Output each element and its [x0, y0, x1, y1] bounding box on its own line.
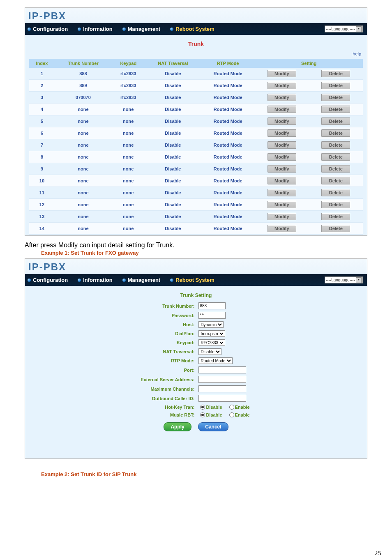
delete-button[interactable]: Delete — [321, 70, 350, 77]
cell-modify: Modify — [255, 223, 309, 235]
delete-button[interactable]: Delete — [321, 153, 350, 161]
app-header: IP-PBX — [25, 259, 367, 274]
cell-nat: Disable — [145, 163, 201, 175]
modify-button[interactable]: Modify — [267, 213, 296, 220]
cell-index: 3 — [29, 92, 55, 104]
label-nat: NAT Traversal: — [136, 348, 196, 356]
cell-nat: Disable — [145, 223, 201, 235]
app-logo: IP-PBX — [28, 261, 66, 272]
cell-nat: Disable — [145, 199, 201, 211]
delete-button[interactable]: Delete — [321, 213, 350, 220]
max-channels-input[interactable] — [198, 385, 246, 392]
music-disable-radio[interactable] — [200, 412, 205, 417]
label-max-channels: Maximum Channels: — [136, 385, 196, 393]
outbound-caller-input[interactable] — [198, 395, 246, 402]
hotkey-enable-radio[interactable] — [229, 405, 234, 410]
nav-information[interactable]: Information — [78, 277, 113, 283]
cancel-button[interactable]: Cancel — [198, 422, 228, 431]
table-row: 1888rfc2833DisableRouted ModeModifyDelet… — [29, 68, 363, 80]
col-nat: NAT Traversal — [145, 59, 201, 68]
bullet-icon — [78, 279, 81, 282]
cell-delete: Delete — [309, 175, 363, 187]
modify-button[interactable]: Modify — [267, 82, 296, 89]
cell-delete: Delete — [309, 80, 363, 92]
trunk-list-content: Trunk help Index Trunk Number Keypad NAT… — [25, 35, 367, 235]
music-enable-radio[interactable] — [229, 412, 234, 417]
label-rtp: RTP Mode: — [136, 357, 196, 365]
cell-keypad: rfc2833 — [112, 68, 145, 80]
trunk-number-input[interactable] — [198, 302, 226, 309]
port-input[interactable] — [198, 366, 246, 373]
keypad-select[interactable]: RFC2833 — [198, 339, 225, 346]
delete-button[interactable]: Delete — [321, 106, 350, 113]
language-select[interactable]: ----Language----▾ — [325, 25, 363, 32]
chevron-down-icon: ▾ — [356, 277, 362, 283]
modify-button[interactable]: Modify — [267, 153, 296, 161]
nav-bar: Configuration Information Management Reb… — [25, 23, 367, 35]
help-link[interactable]: help — [353, 51, 361, 56]
modify-button[interactable]: Modify — [267, 201, 296, 208]
modify-button[interactable]: Modify — [267, 177, 296, 184]
external-server-input[interactable] — [198, 376, 246, 383]
nav-management-label: Management — [128, 26, 160, 32]
table-row: 12nonenoneDisableRouted ModeModifyDelete — [29, 199, 363, 211]
modify-button[interactable]: Modify — [267, 117, 296, 125]
modify-button[interactable]: Modify — [267, 129, 296, 137]
rtp-select[interactable]: Routed Mode — [198, 357, 233, 364]
modify-button[interactable]: Modify — [267, 141, 296, 149]
example2-label: Example 2: Set Trunk ID for SIP Trunk — [41, 471, 367, 477]
delete-button[interactable]: Delete — [321, 165, 350, 173]
delete-button[interactable]: Delete — [321, 141, 350, 149]
modify-button[interactable]: Modify — [267, 94, 296, 101]
delete-button[interactable]: Delete — [321, 189, 350, 196]
col-rtp: RTP Mode — [201, 59, 255, 68]
delete-button[interactable]: Delete — [321, 225, 350, 232]
col-trunk-number: Trunk Number — [55, 59, 112, 68]
hotkey-disable-radio[interactable] — [200, 405, 205, 410]
dialplan-select[interactable]: from-pstn — [198, 330, 225, 337]
table-row: 9nonenoneDisableRouted ModeModifyDelete — [29, 163, 363, 175]
cell-rtp: Routed Mode — [201, 163, 255, 175]
modify-button[interactable]: Modify — [267, 225, 296, 232]
delete-button[interactable]: Delete — [321, 201, 350, 208]
nav-configuration[interactable]: Configuration — [28, 277, 68, 283]
cell-delete: Delete — [309, 199, 363, 211]
bullet-icon — [170, 28, 173, 31]
cell-keypad: none — [112, 115, 145, 127]
cell-keypad: none — [112, 187, 145, 199]
cell-keypad: none — [112, 223, 145, 235]
label-port: Port: — [136, 366, 196, 374]
cell-keypad: rfc2833 — [112, 92, 145, 104]
trunk-setting-form: Trunk Number: Password: Host: Dynamic Di… — [136, 301, 256, 419]
nav-information[interactable]: Information — [78, 26, 113, 32]
nav-reboot[interactable]: Reboot System — [170, 26, 214, 32]
cell-trunk-number: none — [55, 104, 112, 115]
delete-button[interactable]: Delete — [321, 94, 350, 101]
nat-select[interactable]: Disable — [198, 348, 221, 355]
trunk-list-screenshot: IP-PBX Configuration Information Managem… — [25, 7, 367, 236]
cell-modify: Modify — [255, 80, 309, 92]
language-select[interactable]: ----Language----▾ — [325, 276, 363, 283]
cell-index: 6 — [29, 127, 55, 139]
modify-button[interactable]: Modify — [267, 189, 296, 196]
nav-management[interactable]: Management — [122, 26, 160, 32]
apply-button[interactable]: Apply — [164, 422, 191, 431]
bullet-icon — [28, 28, 31, 31]
cell-nat: Disable — [145, 92, 201, 104]
delete-button[interactable]: Delete — [321, 129, 350, 137]
delete-button[interactable]: Delete — [321, 82, 350, 89]
nav-reboot[interactable]: Reboot System — [170, 277, 214, 283]
modify-button[interactable]: Modify — [267, 106, 296, 113]
cell-rtp: Routed Mode — [201, 211, 255, 223]
nav-management[interactable]: Management — [122, 277, 160, 283]
cell-rtp: Routed Mode — [201, 115, 255, 127]
password-input[interactable] — [198, 312, 226, 319]
cell-trunk-number: none — [55, 139, 112, 151]
modify-button[interactable]: Modify — [267, 70, 296, 77]
host-select[interactable]: Dynamic — [198, 321, 224, 328]
delete-button[interactable]: Delete — [321, 117, 350, 125]
nav-configuration[interactable]: Configuration — [28, 26, 68, 32]
cell-rtp: Routed Mode — [201, 104, 255, 115]
delete-button[interactable]: Delete — [321, 177, 350, 184]
modify-button[interactable]: Modify — [267, 165, 296, 173]
